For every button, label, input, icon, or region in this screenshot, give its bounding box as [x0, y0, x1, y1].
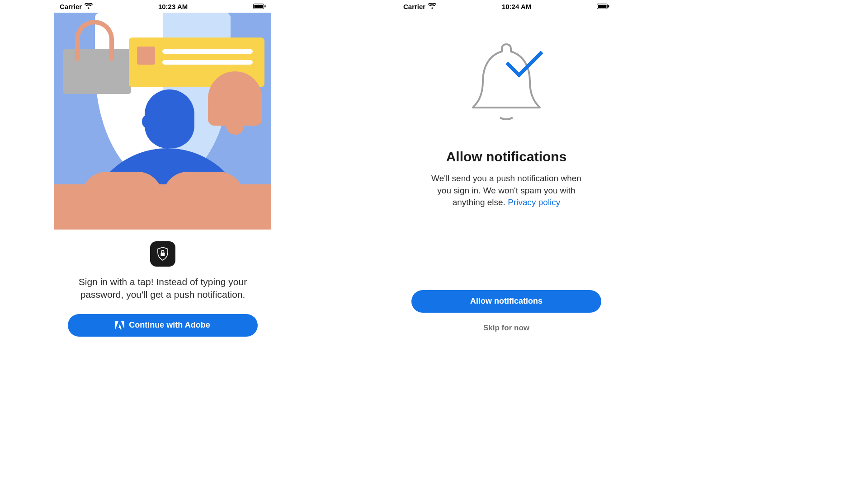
- svg-rect-1: [254, 5, 263, 8]
- ios-status-bar: Carrier 10:24 AM: [398, 0, 615, 13]
- svg-rect-3: [161, 253, 165, 256]
- bell-with-check-icon: [398, 35, 615, 135]
- allow-notifications-button[interactable]: Allow notifications: [411, 290, 601, 313]
- status-time: 10:23 AM: [158, 3, 188, 10]
- hero-illustration: [54, 13, 271, 230]
- status-carrier: Carrier: [403, 3, 425, 10]
- allow-notifications-button-label: Allow notifications: [470, 296, 542, 306]
- wifi-icon: [428, 3, 436, 9]
- svg-rect-6: [608, 5, 609, 8]
- status-time: 10:24 AM: [502, 3, 531, 10]
- bell-icon: [208, 71, 262, 126]
- allow-notifications-screen: Carrier 10:24 AM Allow notifications We'…: [398, 0, 615, 407]
- adobe-logo-icon: [115, 321, 124, 329]
- allow-notifications-subtitle: We'll send you a push notification when …: [425, 173, 588, 209]
- wifi-icon: [85, 3, 93, 9]
- padlock-icon: [63, 49, 131, 94]
- status-carrier: Carrier: [60, 3, 82, 10]
- allow-notifications-title: Allow notifications: [398, 149, 615, 164]
- onboarding-blurb: Sign in with a tap! Instead of typing yo…: [72, 276, 253, 301]
- battery-icon: [253, 3, 266, 9]
- skip-for-now-button[interactable]: Skip for now: [398, 324, 615, 333]
- svg-rect-5: [598, 5, 606, 8]
- person-icon: [145, 89, 194, 148]
- continue-with-adobe-button[interactable]: Continue with Adobe: [68, 314, 258, 337]
- onboarding-sign-in-screen: Carrier 10:23 AM Sign in with a: [54, 0, 271, 407]
- privacy-policy-link[interactable]: Privacy policy: [508, 197, 560, 207]
- battery-icon: [597, 3, 609, 9]
- continue-with-adobe-label: Continue with Adobe: [129, 320, 210, 330]
- svg-rect-2: [264, 5, 266, 8]
- app-badge-icon: [150, 241, 175, 267]
- ios-status-bar: Carrier 10:23 AM: [54, 0, 271, 13]
